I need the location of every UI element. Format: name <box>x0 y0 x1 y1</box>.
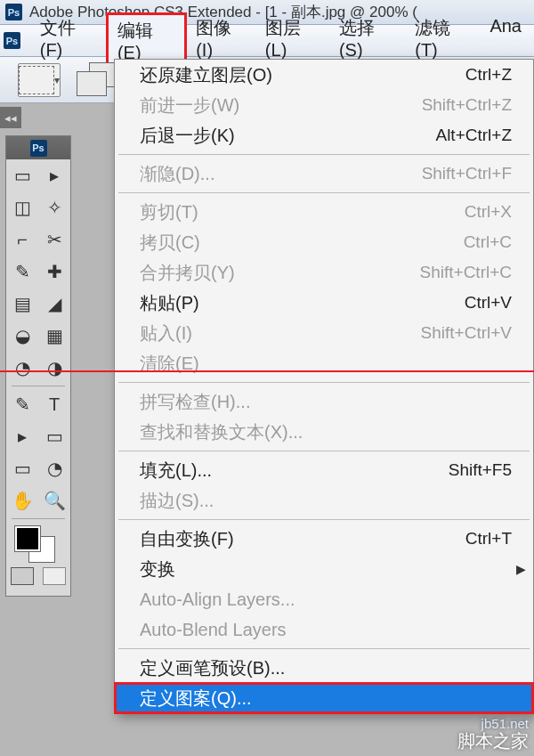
tool-icon: ▸ <box>50 165 59 186</box>
tool-icon: ✎ <box>15 394 30 415</box>
menu-f[interactable]: 文件(F) <box>31 12 106 69</box>
tools-panel: Ps ▭▸◫✧⌐✂✎✚▤◢◒▦◔◑✎T▸▭▭◔✋🔍 <box>5 135 71 597</box>
menu-item-label: 拷贝(C) <box>140 231 200 255</box>
tool-9[interactable]: ◢ <box>38 288 70 320</box>
menu-item-label: 填充(L)... <box>140 459 212 483</box>
menu-item-label: 还原建立图层(O) <box>140 63 272 87</box>
menu-shortcut: Alt+Ctrl+Z <box>435 126 512 145</box>
menu-item-label: 查找和替换文本(X)... <box>140 420 303 444</box>
app-icon-menubar[interactable]: Ps <box>4 32 20 49</box>
panel-collapse-tab[interactable]: ◂◂ <box>0 107 21 128</box>
tool-6[interactable]: ✎ <box>6 256 38 288</box>
tool-0[interactable]: ▭ <box>6 159 38 191</box>
menu-separator <box>118 451 530 451</box>
menu-item-label: Auto-Align Layers... <box>140 589 295 610</box>
tool-10[interactable]: ◒ <box>6 320 38 352</box>
ps-icon: Ps <box>30 140 47 157</box>
tool-5[interactable]: ✂ <box>38 224 70 256</box>
tool-14[interactable]: ✎ <box>6 388 38 420</box>
tool-16[interactable]: ▸ <box>6 420 38 452</box>
tool-icon: ◑ <box>47 357 62 378</box>
tool-icon: ◢ <box>48 293 61 314</box>
menu-shortcut: Shift+Ctrl+F <box>422 164 512 183</box>
menu-item-label: 前进一步(W) <box>140 93 239 118</box>
tool-icon: ⌐ <box>17 230 28 250</box>
tool-20[interactable]: ✋ <box>6 484 38 516</box>
divider <box>12 386 65 386</box>
tool-7[interactable]: ✚ <box>38 256 70 288</box>
watermark-url: jb51.net <box>481 717 529 732</box>
tool-icon: ▭ <box>14 458 31 479</box>
tool-icon: ✎ <box>15 261 30 282</box>
tool-12[interactable]: ◔ <box>6 352 38 384</box>
tool-icon: ▤ <box>14 293 31 314</box>
app-icon: Ps <box>5 4 22 20</box>
tool-icon: ▸ <box>18 426 27 447</box>
tool-17[interactable]: ▭ <box>38 420 70 452</box>
menu-item-label: 粘贴(P) <box>140 291 199 315</box>
menu-item[interactable]: 变换▶ <box>115 554 533 584</box>
menu-item: 贴入(I)Shift+Ctrl+V <box>115 318 533 348</box>
tool-2[interactable]: ◫ <box>6 191 38 224</box>
menu-item[interactable]: 自由变换(F)Ctrl+T <box>115 524 533 554</box>
menu-item-label: Auto-Blend Layers <box>140 620 287 640</box>
menu-item[interactable]: 还原建立图层(O)Ctrl+Z <box>115 60 533 90</box>
quickmask-mode[interactable] <box>43 567 66 585</box>
tools-header[interactable]: Ps <box>6 136 70 159</box>
menu-item: Auto-Align Layers... <box>115 584 533 614</box>
selection-box-icon <box>77 71 107 96</box>
menu-shortcut: Ctrl+Z <box>465 65 512 85</box>
menu-item: 描边(S)... <box>115 485 533 516</box>
menu-separator <box>118 648 530 649</box>
tool-11[interactable]: ▦ <box>38 320 70 352</box>
watermark: jb51.net 脚本之家 <box>457 717 529 752</box>
menu-item[interactable]: 粘贴(P)Ctrl+V <box>115 288 533 318</box>
annotation-line <box>0 370 534 372</box>
color-swatch[interactable] <box>6 521 70 564</box>
menu-item-label: 贴入(I) <box>140 321 192 345</box>
tool-21[interactable]: 🔍 <box>38 484 70 516</box>
tool-preset-picker[interactable]: ▾ <box>18 63 61 97</box>
tool-3[interactable]: ✧ <box>38 191 70 224</box>
tool-8[interactable]: ▤ <box>6 288 38 320</box>
watermark-text: 脚本之家 <box>457 731 529 751</box>
fg-color[interactable] <box>15 526 40 551</box>
menu-shortcut: Shift+Ctrl+Z <box>422 95 512 115</box>
menu-item[interactable]: 定义图案(Q)... <box>115 683 533 713</box>
menu-separator <box>118 154 530 155</box>
tool-18[interactable]: ▭ <box>6 452 38 484</box>
menu-item-label: 拼写检查(H)... <box>140 390 250 414</box>
tool-icon: ✋ <box>12 490 34 511</box>
tool-15[interactable]: T <box>38 388 70 420</box>
menu-item-label: 变换 <box>140 557 175 581</box>
standard-mode[interactable] <box>11 567 34 585</box>
quickmask-row <box>6 564 70 589</box>
menu-item-label: 定义图案(Q)... <box>140 687 252 711</box>
tool-icon: ✧ <box>47 197 62 218</box>
tool-19[interactable]: ◔ <box>38 452 70 484</box>
menu-item-label: 描边(S)... <box>140 489 214 513</box>
menu-item-label: 合并拷贝(Y) <box>140 261 235 285</box>
chevron-right-icon: ▶ <box>516 562 526 576</box>
tool-4[interactable]: ⌐ <box>6 224 38 256</box>
menu-separator <box>118 382 530 383</box>
menu-shortcut: Shift+F5 <box>449 460 512 480</box>
tool-1[interactable]: ▸ <box>38 159 70 191</box>
menu-separator <box>118 519 530 520</box>
menu-item-label: 定义画笔预设(B)... <box>140 656 285 680</box>
menu-item[interactable]: 填充(L)...Shift+F5 <box>115 455 533 485</box>
menu-item[interactable]: 定义画笔预设(B)... <box>115 653 533 683</box>
tool-13[interactable]: ◑ <box>38 352 70 384</box>
menu-item-label: 渐隐(D)... <box>140 162 214 186</box>
menu-item-label: 后退一步(K) <box>140 124 235 148</box>
menu-separator <box>118 192 530 193</box>
tool-icon: ✂ <box>47 229 62 250</box>
menu-shortcut: Ctrl+T <box>465 529 512 549</box>
menu-shortcut: Ctrl+C <box>464 232 512 252</box>
tool-icon: ◫ <box>14 197 31 218</box>
menu-item: 渐隐(D)...Shift+Ctrl+F <box>115 159 533 189</box>
menu-item-label: 自由变换(F) <box>140 527 234 551</box>
divider <box>12 518 65 519</box>
menu-item: 清除(E) <box>115 348 533 378</box>
menu-item[interactable]: 后退一步(K)Alt+Ctrl+Z <box>115 120 533 150</box>
